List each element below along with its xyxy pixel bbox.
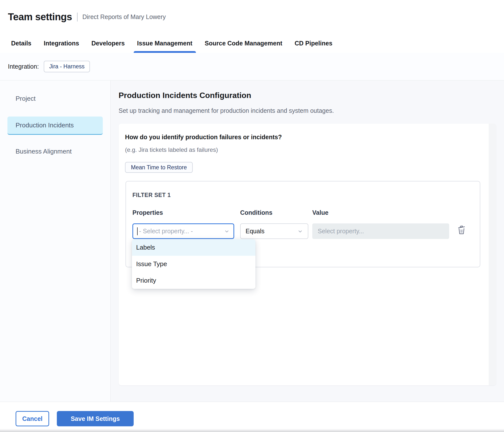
value-input[interactable]	[312, 223, 449, 239]
column-label-conditions: Conditions	[240, 209, 273, 216]
content-area: Project Production Incidents Business Al…	[0, 80, 504, 402]
tab-source-code-management[interactable]: Source Code Management	[205, 34, 282, 53]
action-footer: Cancel Save IM Settings	[0, 402, 504, 432]
tab-issue-management[interactable]: Issue Management	[137, 34, 192, 53]
chevron-down-icon	[224, 229, 230, 234]
tab-details[interactable]: Details	[11, 34, 31, 53]
column-label-value: Value	[312, 209, 328, 216]
trash-icon	[457, 225, 466, 236]
sidebar-item-business-alignment[interactable]: Business Alignment	[16, 148, 72, 155]
tab-developers[interactable]: Developers	[91, 34, 125, 53]
settings-tabbar: Details Integrations Developers Issue Ma…	[0, 34, 504, 53]
dropdown-option-labels[interactable]: Labels	[132, 239, 255, 256]
delete-filter-button[interactable]	[456, 223, 467, 237]
title-divider	[77, 13, 78, 21]
sidebar-item-production-incidents[interactable]: Production Incidents	[7, 117, 103, 135]
integration-bar: Integration: Jira - Harness	[0, 53, 504, 80]
team-settings-page: Team settings Direct Reports of Mary Low…	[0, 0, 504, 432]
dropdown-option-issue-type[interactable]: Issue Type	[132, 256, 255, 272]
page-header: Team settings Direct Reports of Mary Low…	[0, 0, 504, 34]
sidebar-item-project[interactable]: Project	[16, 95, 36, 102]
tab-integrations[interactable]: Integrations	[44, 34, 79, 53]
tab-cd-pipelines[interactable]: CD Pipelines	[295, 34, 333, 53]
filter-set-title: FILTER SET 1	[132, 192, 171, 198]
section-subtitle: Set up tracking and management for produ…	[119, 107, 334, 114]
section-title: Production Incidents Configuration	[119, 91, 251, 100]
page-title: Team settings	[8, 11, 72, 22]
chevron-down-icon	[297, 229, 303, 234]
page-subtitle: Direct Reports of Mary Lowery	[83, 13, 166, 20]
save-im-settings-button[interactable]: Save IM Settings	[57, 411, 134, 426]
property-dropdown-menu: Labels Issue Type Priority	[132, 239, 255, 289]
column-label-properties: Properties	[132, 209, 163, 216]
condition-select[interactable]: Equals	[240, 223, 308, 239]
card-scrollbar-track[interactable]	[489, 124, 496, 385]
integration-chip[interactable]: Jira - Harness	[44, 61, 90, 72]
question-hint: (e.g. Jira tickets labeled as failures)	[125, 146, 218, 153]
incidents-config-card: How do you identify production failures …	[119, 124, 496, 385]
property-select-placeholder: - Select property... -	[139, 228, 193, 235]
question-heading: How do you identify production failures …	[125, 134, 282, 141]
text-cursor	[137, 227, 138, 235]
main-panel: Production Incidents Configuration Set u…	[111, 80, 504, 402]
cancel-button[interactable]: Cancel	[16, 411, 49, 426]
property-select[interactable]: - Select property... -	[132, 223, 234, 239]
integration-label: Integration:	[8, 63, 39, 70]
dropdown-option-priority[interactable]: Priority	[132, 272, 255, 289]
settings-sidebar: Project Production Incidents Business Al…	[0, 80, 111, 402]
condition-select-value: Equals	[246, 228, 264, 235]
metric-tab-mean-time-to-restore[interactable]: Mean Time to Restore	[125, 162, 193, 173]
sidebar-item-label: Production Incidents	[16, 121, 74, 129]
